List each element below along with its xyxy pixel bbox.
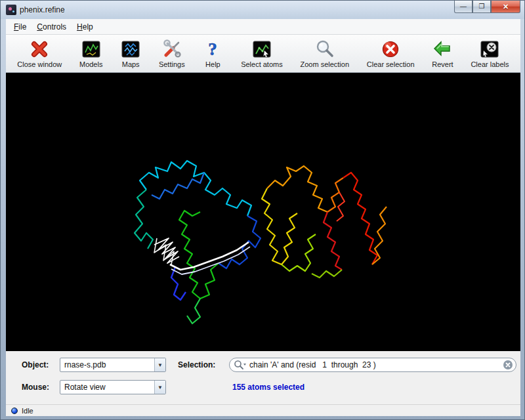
toolbar-maps[interactable]: Maps — [117, 37, 144, 70]
toolbar-label: Revert — [432, 60, 453, 68]
svg-text:?: ? — [209, 39, 218, 59]
status-text: Idle — [22, 407, 33, 415]
maps-icon — [120, 39, 141, 60]
object-dropdown-value: rnase-s.pdb — [60, 360, 154, 369]
close-icon: ✕ — [503, 3, 509, 10]
revert-icon — [432, 39, 453, 60]
menu-controls[interactable]: Controls — [32, 20, 72, 33]
toolbar-models[interactable]: Models — [77, 37, 105, 70]
toolbar-label: Help — [205, 60, 220, 68]
settings-icon — [161, 39, 182, 60]
toolbar-settings[interactable]: Settings — [156, 37, 188, 70]
chevron-down-icon: ▼ — [154, 358, 165, 371]
menu-file[interactable]: File — [9, 20, 32, 33]
toolbar-select-atoms[interactable]: Select atoms — [238, 37, 285, 70]
toolbar-label: Settings — [159, 60, 185, 68]
toolbar-label: Close window — [17, 60, 62, 68]
object-dropdown[interactable]: rnase-s.pdb ▼ — [60, 358, 166, 372]
chevron-down-icon: ▼ — [154, 381, 165, 394]
clear-labels-icon — [479, 39, 500, 60]
toolbar-label: Select atoms — [241, 60, 283, 68]
app-window: phenix.refine — ❐ ✕ File Controls Help C… — [0, 0, 525, 420]
toolbar-label: Zoom selection — [300, 60, 349, 68]
toolbar-close-window[interactable]: Close window — [14, 37, 64, 70]
menubar: File Controls Help — [6, 19, 520, 35]
select-atoms-icon — [251, 39, 272, 60]
selection-input[interactable]: chain 'A' and (resid 1 through 23 ) — [229, 358, 516, 372]
atoms-selected-text: 155 atoms selected — [232, 383, 304, 392]
close-button[interactable]: ✕ — [491, 1, 520, 13]
molecule-viewport[interactable] — [6, 73, 520, 351]
mouse-dropdown-value: Rotate view — [60, 383, 154, 392]
toolbar-clear-labels[interactable]: Clear labels — [468, 37, 511, 70]
models-icon — [81, 39, 102, 60]
app-icon — [6, 5, 16, 15]
help-icon: ? — [202, 39, 223, 60]
search-icon — [234, 360, 247, 370]
clear-selection-icon — [380, 39, 401, 60]
toolbar-revert[interactable]: Revert — [429, 37, 455, 70]
protein-trace — [6, 73, 520, 351]
mouse-dropdown[interactable]: Rotate view ▼ — [60, 380, 166, 394]
minimize-icon: — — [460, 3, 467, 10]
toolbar-label: Maps — [122, 60, 140, 68]
maximize-button[interactable]: ❐ — [472, 1, 491, 13]
zoom-selection-icon — [314, 39, 335, 60]
minimize-button[interactable]: — — [454, 1, 472, 13]
maximize-icon: ❐ — [479, 3, 485, 10]
menu-help[interactable]: Help — [72, 20, 98, 33]
toolbar-zoom-selection[interactable]: Zoom selection — [297, 37, 352, 70]
toolbar-help[interactable]: ? Help — [200, 37, 226, 70]
mouse-label: Mouse: — [22, 383, 49, 392]
controls-panel: Object: rnase-s.pdb ▼ Selection: chain '… — [6, 351, 520, 404]
toolbar: Close window Models Maps — [6, 35, 520, 73]
titlebar: phenix.refine — ❐ ✕ — [1, 1, 525, 19]
window-title: phenix.refine — [20, 5, 65, 14]
selection-value: chain 'A' and (resid 1 through 23 ) — [249, 360, 503, 369]
toolbar-label: Models — [79, 60, 102, 68]
toolbar-clear-selection[interactable]: Clear selection — [364, 37, 417, 70]
object-label: Object: — [22, 360, 49, 369]
close-window-icon — [29, 39, 50, 60]
status-led-icon — [11, 408, 18, 414]
selection-label: Selection: — [178, 360, 215, 369]
toolbar-label: Clear labels — [471, 60, 509, 68]
toolbar-label: Clear selection — [367, 60, 415, 68]
window-controls: — ❐ ✕ — [454, 1, 520, 13]
statusbar: Idle — [6, 404, 520, 416]
clear-field-icon[interactable] — [503, 360, 513, 370]
